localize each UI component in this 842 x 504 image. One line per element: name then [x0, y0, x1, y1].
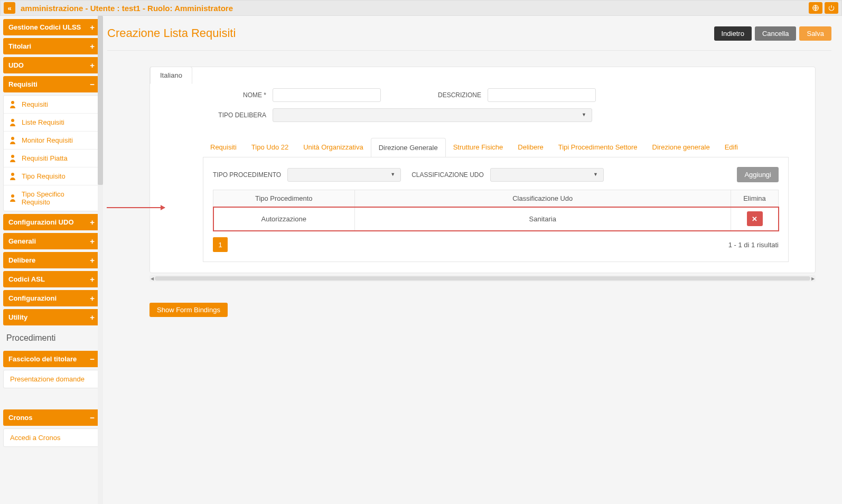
sidebar-section-utility[interactable]: Utility +	[3, 309, 100, 325]
tab-row: Requisiti Tipo Udo 22 Unità Organizzativ…	[203, 138, 789, 157]
power-icon	[828, 4, 835, 12]
sidebar-item-requisiti[interactable]: Requisiti	[4, 96, 99, 114]
minus-icon: −	[90, 413, 95, 422]
back-button[interactable]: Indietro	[714, 26, 752, 41]
table-row: Autorizzazione Sanitaria ✕	[213, 207, 779, 231]
sidebar-section-configurazioni[interactable]: Configurazioni +	[3, 290, 100, 306]
tipo-procedimento-select[interactable]	[287, 168, 401, 182]
minus-icon: −	[90, 354, 95, 363]
cancel-button[interactable]: Cancella	[755, 26, 797, 41]
scroll-left-icon[interactable]: ◀	[149, 275, 155, 282]
cell-elimina: ✕	[731, 207, 779, 231]
subitem-label: Tipo Requisito	[22, 172, 66, 180]
user-icon	[10, 173, 17, 180]
tab-direzione-generale-2[interactable]: Direzione generale	[645, 138, 717, 157]
tab-unita-organizzativa[interactable]: Unità Organizzativa	[296, 138, 370, 157]
topbar: « amministrazione - Utente : test1 - Ruo…	[0, 0, 842, 16]
section-label: Configurazioni UDO	[8, 218, 74, 226]
delete-row-button[interactable]: ✕	[747, 211, 763, 226]
horizontal-scrollbar-thumb[interactable]	[155, 276, 810, 281]
sidebar-section-cronos[interactable]: Cronos −	[3, 409, 100, 426]
tab-delibere[interactable]: Delibere	[510, 138, 550, 157]
section-label: Gestione Codici ULSS	[8, 23, 81, 31]
sidebar-scrollbar-track[interactable]	[98, 16, 103, 504]
sidebar-item-requisiti-piatta[interactable]: Requisiti Piatta	[4, 150, 99, 167]
sidebar-section-configurazioni-udo[interactable]: Configurazioni UDO +	[3, 214, 100, 230]
sidebar-section-titolari[interactable]: Titolari +	[3, 38, 100, 54]
classificazione-udo-select[interactable]	[490, 168, 604, 182]
add-button[interactable]: Aggiungi	[737, 167, 779, 182]
sidebar-item-tipo-specifico-requisito[interactable]: Tipo Specifico Requisito	[4, 185, 99, 211]
sidebar-heading-procedimenti: Procedimenti	[3, 328, 100, 348]
sidebar-item-presentazione-domande[interactable]: Presentazione domande	[4, 370, 99, 388]
col-tipo-procedimento: Tipo Procedimento	[213, 190, 355, 207]
tab-tipo-udo-22[interactable]: Tipo Udo 22	[244, 138, 296, 157]
sidebar-section-generali[interactable]: Generali +	[3, 233, 100, 249]
tipo-delibera-select[interactable]	[273, 108, 592, 122]
sidebar-section-udo[interactable]: UDO +	[3, 57, 100, 73]
tipo-procedimento-label: TIPO PROCEDIMENTO	[213, 171, 281, 179]
page-title: Creazione Lista Requisiti	[107, 26, 236, 40]
nome-label: NOME *	[203, 91, 266, 99]
topbar-title: amministrazione - Utente : test1 - Ruolo…	[21, 4, 233, 13]
sidebar-scrollbar-thumb[interactable]	[98, 16, 103, 185]
subitem-label: Monitor Requisiti	[22, 136, 73, 144]
sidebar-section-gestione-codici[interactable]: Gestione Codici ULSS +	[3, 19, 100, 35]
descrizione-input[interactable]	[488, 88, 596, 102]
tab-direzione-generale[interactable]: Direzione Generale	[371, 138, 446, 157]
plus-icon: +	[90, 313, 95, 322]
page-number-1[interactable]: 1	[213, 237, 228, 252]
cronos-subitems: Accedi a Cronos	[3, 428, 100, 447]
tab-edifici[interactable]: Edifi	[717, 138, 745, 157]
chevron-left-icon: «	[7, 4, 11, 12]
tab-tipi-procedimento-settore[interactable]: Tipi Procedimento Settore	[551, 138, 645, 157]
scroll-right-icon[interactable]: ▶	[810, 275, 816, 282]
language-tab[interactable]: Italiano	[150, 67, 192, 84]
pagination: 1 1 - 1 di 1 risultati	[213, 237, 779, 252]
plus-icon: +	[90, 275, 95, 284]
sidebar-section-fascicolo[interactable]: Fascicolo del titolare −	[3, 351, 100, 367]
globe-icon	[812, 4, 819, 12]
language-button[interactable]	[809, 2, 822, 14]
plus-icon: +	[90, 61, 95, 70]
tab-content: TIPO PROCEDIMENTO CLASSIFICAZIONE UDO Ag…	[203, 157, 789, 262]
filter-row: TIPO PROCEDIMENTO CLASSIFICAZIONE UDO Ag…	[213, 167, 779, 182]
sidebar-section-delibere[interactable]: Delibere +	[3, 252, 100, 268]
show-form-bindings-button[interactable]: Show Form Bindings	[149, 303, 228, 317]
result-summary: 1 - 1 di 1 risultati	[728, 241, 779, 249]
save-button[interactable]: Salva	[799, 26, 831, 41]
fascicolo-subitems: Presentazione domande	[3, 370, 100, 388]
subitem-label: Requisiti Piatta	[22, 154, 68, 162]
subitem-label: Presentazione domande	[10, 375, 85, 383]
nome-input[interactable]	[273, 88, 381, 102]
page-actions: Indietro Cancella Salva	[714, 26, 832, 41]
sidebar-section-codici-asl[interactable]: Codici ASL +	[3, 271, 100, 287]
sidebar-collapse-button[interactable]: «	[4, 2, 15, 14]
tab-requisiti[interactable]: Requisiti	[203, 138, 244, 157]
col-elimina: Elimina	[731, 190, 779, 207]
sidebar-item-accedi-cronos[interactable]: Accedi a Cronos	[4, 429, 99, 446]
cell-classificazione: Sanitaria	[354, 207, 731, 231]
section-label: Titolari	[8, 42, 31, 50]
section-label: Configurazioni	[8, 294, 57, 302]
sidebar-item-monitor-requisiti[interactable]: Monitor Requisiti	[4, 132, 99, 150]
logout-button[interactable]	[825, 2, 838, 14]
tabs-area: Requisiti Tipo Udo 22 Unità Organizzativ…	[203, 138, 789, 262]
horizontal-scrollbar[interactable]: ◀ ▶	[149, 275, 816, 282]
close-icon: ✕	[752, 215, 757, 223]
plus-icon: +	[90, 23, 95, 32]
sidebar-item-tipo-requisito[interactable]: Tipo Requisito	[4, 167, 99, 185]
sidebar-section-requisiti[interactable]: Requisiti −	[3, 76, 100, 92]
sidebar-item-liste-requisiti[interactable]: Liste Requisiti	[4, 114, 99, 132]
tab-strutture-fisiche[interactable]: Strutture Fisiche	[446, 138, 511, 157]
form-card: Italiano NOME * DESCRIZIONE	[149, 67, 816, 273]
section-label: UDO	[8, 61, 24, 69]
requisiti-subitems: Requisiti Liste Requisiti Monitor Requis…	[3, 95, 100, 211]
section-label: Requisiti	[8, 80, 38, 88]
plus-icon: +	[90, 42, 95, 51]
subitem-label: Accedi a Cronos	[10, 434, 60, 442]
section-label: Fascicolo del titolare	[8, 355, 77, 363]
user-icon	[10, 194, 17, 202]
topbar-actions	[809, 2, 838, 14]
section-label: Delibere	[8, 256, 35, 264]
